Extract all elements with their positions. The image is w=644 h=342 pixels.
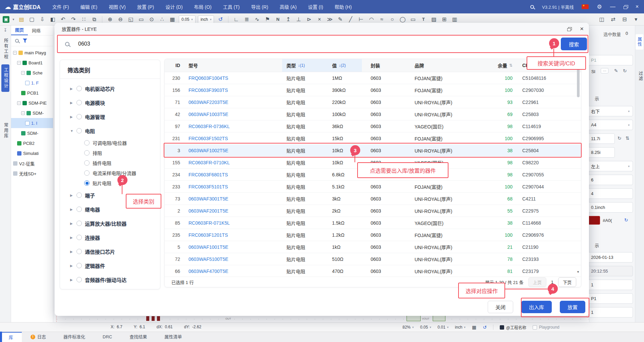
- table-icon[interactable]: ⊞: [440, 15, 448, 23]
- zoom-fit-icon[interactable]: ◱: [127, 15, 135, 23]
- radio-icon[interactable]: [76, 221, 82, 226]
- expand-arrow-icon[interactable]: [70, 193, 73, 197]
- grid-spacing-field[interactable]: 0.1inch: [586, 202, 633, 213]
- tree-item[interactable]: − 无线SD+: [11, 168, 53, 178]
- scrollbar-thumb[interactable]: [577, 68, 580, 97]
- separator[interactable]: [228, 16, 228, 23]
- col-cid[interactable]: CID: [515, 59, 581, 72]
- field-fragment[interactable]: 1: [586, 307, 633, 318]
- wire-icon[interactable]: ∟: [232, 15, 240, 23]
- pin-icon[interactable]: ↧: [0, 27, 11, 33]
- more-button[interactable]: ···: [601, 68, 608, 73]
- menu-item[interactable]: 编辑 (E): [75, 3, 103, 10]
- mode-caret-icon[interactable]: ▾: [12, 15, 15, 23]
- filter-category[interactable]: 可调电阻/电位器: [60, 138, 160, 148]
- bottom-tab[interactable]: 器件标准化: [55, 332, 94, 342]
- expand-arrow-icon[interactable]: [70, 115, 73, 119]
- expand-arrow-icon[interactable]: [70, 129, 73, 133]
- filter-category[interactable]: 排阻: [60, 148, 160, 158]
- filter-category[interactable]: 通信接口芯片: [60, 244, 160, 259]
- bottom-tab[interactable]: DRC: [94, 332, 121, 342]
- sheet-icon[interactable]: ▥: [450, 15, 459, 23]
- radio-icon[interactable]: [84, 160, 90, 166]
- table-row[interactable]: 234 FRC0603F6801TS 贴片电阻 6.8kΩ 0603 FOJAN…: [165, 169, 581, 181]
- bottom-tab[interactable]: ! 日志: [22, 332, 55, 342]
- dialog-titlebar[interactable]: 放置器件 - LEYE ×: [55, 23, 589, 35]
- radio-icon[interactable]: [76, 263, 82, 268]
- search-button[interactable]: 搜索: [561, 38, 587, 50]
- table-row[interactable]: 155 RC0603FR-0710KL 贴片电阻 10kΩ 0603 YAGEO…: [165, 157, 581, 169]
- expand-arrow-icon[interactable]: [70, 208, 73, 211]
- tree-item[interactable]: − Board1: [11, 58, 53, 68]
- filter-category[interactable]: 端子: [60, 188, 160, 202]
- pencil-icon[interactable]: ✎: [336, 15, 344, 23]
- radio-icon[interactable]: [76, 277, 82, 282]
- separator[interactable]: [102, 16, 102, 23]
- cell-mpn-link[interactable]: 0603WAF5100T5E: [185, 253, 282, 265]
- width-field[interactable]: 11.7i: [586, 133, 615, 144]
- expand-arrow-icon[interactable]: [70, 101, 73, 105]
- component-search-bar[interactable]: 0603 搜索: [57, 35, 587, 53]
- radio-icon[interactable]: [76, 249, 82, 254]
- filter-category[interactable]: 电源管理: [60, 110, 160, 124]
- col-value[interactable]: 值↓(2): [324, 59, 362, 72]
- dialog-restore-icon[interactable]: [567, 27, 571, 31]
- radio-icon[interactable]: [76, 128, 82, 133]
- radio-icon[interactable]: [76, 207, 82, 212]
- col-package[interactable]: 封装: [362, 59, 396, 72]
- diode-icon[interactable]: ⊳: [305, 15, 313, 23]
- tree-item[interactable]: − Simulati: [11, 148, 53, 158]
- table-row[interactable]: 3 0603WAF1002T5E 贴片电阻 10kΩ 0603 UNI-ROYA…: [165, 145, 581, 157]
- project-name-toggle[interactable]: @工程名称: [500, 325, 526, 330]
- expand-arrow-icon[interactable]: [70, 278, 73, 282]
- unit-select-status[interactable]: inch▾: [455, 325, 466, 330]
- cell-mpn-link[interactable]: 0603WAF1002T5E: [185, 145, 282, 156]
- col-brand[interactable]: 品牌: [396, 59, 478, 72]
- net-label-icon[interactable]: N: [274, 15, 282, 23]
- table-row[interactable]: 72 0603WAF5100T5E 贴片电阻 510Ω 0603 UNI-ROY…: [165, 253, 581, 265]
- rotate-icon[interactable]: ↻: [618, 135, 622, 141]
- bus-entry-icon[interactable]: ≫: [326, 15, 334, 23]
- tree-item[interactable]: − PCB2: [11, 138, 53, 148]
- canvas-undo-icon[interactable]: ↺: [483, 325, 487, 330]
- search-input[interactable]: 0603: [78, 41, 90, 47]
- field-fragment[interactable]: P1: [586, 293, 633, 304]
- table-row[interactable]: 5 0603WAF1001T5E 贴片电阻 1kΩ 0603 UNI-ROYAL…: [165, 241, 581, 253]
- grid-icon[interactable]: ▦: [168, 15, 176, 23]
- table-row[interactable]: 71 0603WAF2203T5E 贴片电阻 220kΩ 0603 UNI-RO…: [165, 96, 581, 108]
- menu-item[interactable]: 布局 (O): [189, 3, 217, 10]
- left-rail-tab[interactable]: 所有工程: [2, 38, 9, 60]
- origin-icon[interactable]: ⊙: [148, 15, 156, 23]
- col-type[interactable]: 类型↓(1): [282, 59, 324, 72]
- field-fragment[interactable]: 1: [586, 280, 633, 290]
- cell-mpn-link[interactable]: FRC0603F1201TS: [185, 229, 282, 241]
- tree-item[interactable]: − SDM-PIE: [11, 98, 53, 108]
- menu-item[interactable]: 工具 (T): [217, 3, 246, 10]
- table-row[interactable]: 97 RC0603FR-0736KL 贴片电阻 36kΩ 0603 YAGEO(…: [165, 120, 581, 132]
- tree-item[interactable]: − Sche: [11, 68, 53, 78]
- ellipse-icon[interactable]: ◯: [398, 15, 407, 23]
- col-id[interactable]: ID: [165, 59, 185, 72]
- cell-mpn-link[interactable]: 0603WAF1003T5E: [185, 108, 282, 120]
- zoom-out-icon[interactable]: ⊖: [116, 15, 124, 23]
- collapse-toggle-icon[interactable]: −: [21, 71, 25, 75]
- cell-mpn-link[interactable]: 0603WAF3001T5E: [185, 193, 282, 205]
- time-field[interactable]: 20:12:55: [586, 266, 633, 276]
- wave-icon[interactable]: ∿: [253, 15, 261, 23]
- playground-toggle[interactable]: Playground: [533, 325, 559, 330]
- rows-field[interactable]: 4: [586, 188, 633, 199]
- net-flag-icon[interactable]: ⚑: [263, 15, 271, 23]
- bottom-tab[interactable]: 属性清单: [156, 332, 191, 342]
- close-window-button[interactable]: ×: [636, 4, 639, 10]
- filter-category[interactable]: 电源模块: [60, 96, 160, 110]
- grid-size-select[interactable]: 0.05▾: [179, 15, 196, 23]
- tree-item[interactable]: − V2-征集: [11, 158, 53, 168]
- cell-mpn-link[interactable]: RC0603FR-071K5L: [185, 217, 282, 229]
- next-page-button[interactable]: 下页: [558, 277, 576, 287]
- cell-mpn-link[interactable]: 0603WAF2001T5E: [185, 205, 282, 217]
- undo-route-icon[interactable]: ↺: [216, 15, 224, 23]
- global-search-icon[interactable]: [530, 5, 534, 9]
- page-field[interactable]: P1: [586, 55, 633, 65]
- ground-icon[interactable]: ⊥: [294, 15, 303, 23]
- cell-mpn-link[interactable]: 0603WAF4700T5E: [185, 265, 282, 277]
